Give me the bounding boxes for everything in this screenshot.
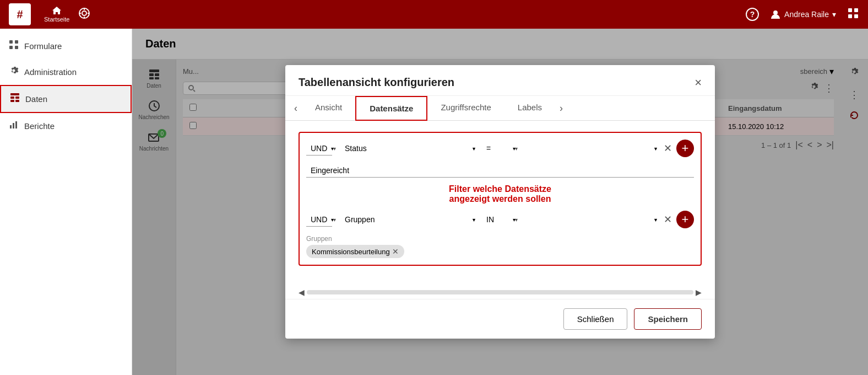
filter-value-1[interactable] [522,142,659,155]
gear-icon [9,66,19,78]
tab-datensaetze[interactable]: Datensätze [355,96,427,121]
field1-arrow: ▾ [473,146,475,152]
apps-grid-button[interactable] [847,7,859,22]
filter-row-1: UND ▾ Status ▾ [306,140,694,157]
home-label: Startseite [44,16,69,23]
scroll-left-button[interactable]: ◀ [299,288,305,297]
filter-field-1-wrapper: Status ▾ [340,142,478,155]
svg-rect-15 [10,93,19,95]
cancel-button[interactable]: Schließen [563,308,628,330]
target-icon [78,7,90,19]
save-button[interactable]: Speichern [634,308,702,330]
user-avatar-icon [770,9,781,20]
gruppen-tag-remove[interactable]: ✕ [392,247,399,256]
grid-icon [847,7,859,19]
filter-op-eq-wrapper: = ▾ [482,142,518,155]
filter-operator-2[interactable]: UND [306,213,332,227]
sidebar-label-daten: Daten [25,94,47,104]
filter-subfield-2: Gruppen Kommissionsbeurteilung ✕ [306,235,694,258]
svg-rect-11 [9,40,13,44]
svg-point-6 [773,10,778,15]
home-icon [52,6,62,15]
tab-labels[interactable]: Labels [504,96,555,120]
tab-ansicht[interactable]: Ansicht [302,96,355,120]
filter-comparison-1[interactable]: = [482,142,515,155]
filter-remove-2-button[interactable]: ✕ [664,215,672,224]
scrollbar-track[interactable] [307,290,693,294]
sidebar-label-formulare: Formulare [24,41,62,51]
tab-zugriffsrechte[interactable]: Zugriffsrechte [427,96,504,120]
top-nav-right: ? Andrea Raile ▾ [746,7,859,22]
filter-section: UND ▾ Status ▾ [299,132,702,266]
filter-op-1-wrapper: UND ▾ [306,142,336,156]
svg-rect-22 [15,121,17,128]
filter-in-wrapper: IN ▾ [482,213,518,226]
filter-add-2-button[interactable]: + [676,211,694,228]
val1-arrow: ▾ [654,146,657,152]
sidebar-item-daten[interactable]: Daten [0,85,132,113]
modal-tabs: ‹ Ansicht Datensätze Zugriffsrechte Labe… [285,96,715,121]
modal-dialog: Tabellenansicht konfigurieren × ‹ Ansich… [285,65,715,339]
svg-point-1 [82,11,86,15]
gruppen-tag-text: Kommissionsbeurteilung [312,248,390,256]
main-layout: Formulare Administration Daten [0,29,868,375]
filter-op-2-wrapper: UND ▾ [306,213,336,227]
tab-next-button[interactable]: › [555,98,567,119]
filter-field-2-wrapper: Gruppen ▾ [340,213,478,226]
svg-rect-10 [854,14,858,18]
filter-status-value[interactable]: Eingereicht [306,164,694,178]
svg-rect-13 [9,46,13,49]
op1-arrow: ▾ [333,146,336,152]
filter-val-2-wrapper: ▾ [522,213,659,226]
sidebar-item-berichte[interactable]: Berichte [0,113,132,139]
filter-comparison-2[interactable]: IN [482,213,515,226]
help-button[interactable]: ? [746,8,759,21]
modal-title: Tabellenansicht konfigurieren [299,76,454,89]
grid-icon [9,40,19,52]
content-area: Daten Daten [132,29,868,375]
modal-body: UND ▾ Status ▾ [285,121,715,286]
filter-remove-1-button[interactable]: ✕ [664,143,672,153]
svg-rect-20 [10,125,12,128]
home-button[interactable]: Startseite [44,6,69,23]
svg-rect-21 [13,123,14,128]
sidebar-label-administration: Administration [24,67,77,77]
filter-field-2[interactable]: Gruppen [340,213,478,226]
modal-overlay: Tabellenansicht konfigurieren × ‹ Ansich… [132,29,868,375]
filter-row-2: UND ▾ Gruppen ▾ [306,211,694,228]
target-icon-btn[interactable] [78,7,90,22]
filter-hint: Filter welche Datensätzeangezeigt werden… [306,184,694,204]
svg-rect-12 [15,40,18,44]
gruppen-label: Gruppen [306,235,694,243]
scroll-right-button[interactable]: ▶ [696,288,702,297]
filter-operator-1[interactable]: UND [306,142,332,156]
gruppen-tag: Kommissionsbeurteilung ✕ [306,245,404,258]
modal-scrollbar: ◀ ▶ [285,286,715,299]
logo[interactable]: # [9,3,31,25]
svg-rect-17 [15,97,19,99]
user-name: Andrea Raile [784,10,829,19]
modal-close-button[interactable]: × [695,77,702,89]
svg-rect-7 [848,8,852,12]
user-menu[interactable]: Andrea Raile ▾ [770,9,836,20]
filter-add-1-button[interactable]: + [676,140,694,157]
filter-subfield-1: Eingereicht [306,164,694,178]
sidebar: Formulare Administration Daten [0,29,132,375]
svg-rect-19 [15,100,19,102]
modal-header: Tabellenansicht konfigurieren × [285,65,715,96]
table-icon [10,93,20,105]
chart-icon [9,120,19,132]
svg-rect-8 [854,8,858,12]
filter-val-1-wrapper: ▾ [522,142,659,155]
val2-arrow: ▾ [654,217,657,223]
sidebar-item-administration[interactable]: Administration [0,59,132,85]
op2-arrow: ▾ [333,217,336,223]
svg-rect-9 [848,14,852,18]
gruppen-tags: Kommissionsbeurteilung ✕ [306,245,694,258]
svg-rect-16 [10,97,14,99]
filter-value-2[interactable] [522,213,659,226]
sidebar-item-formulare[interactable]: Formulare [0,33,132,59]
filter-field-1[interactable]: Status [340,142,478,155]
tab-prev-button[interactable]: ‹ [290,98,302,119]
help-label: ? [750,10,755,19]
